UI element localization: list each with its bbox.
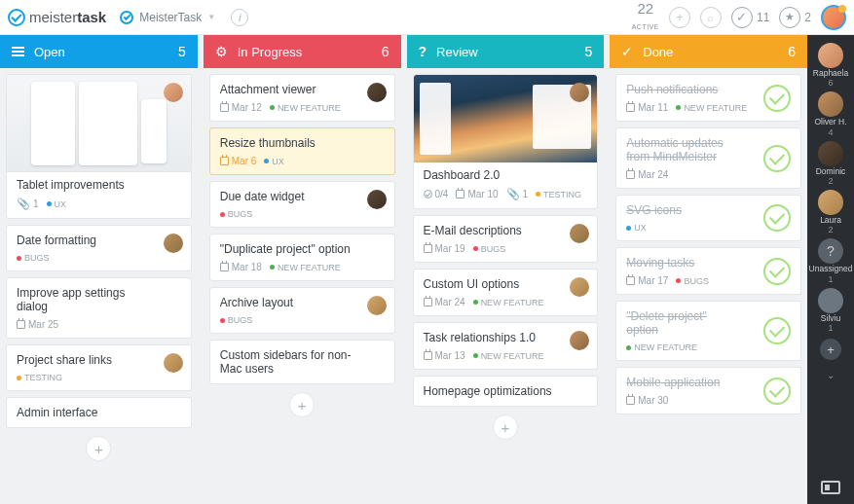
sidebar-user[interactable]: Silviu1	[818, 288, 843, 333]
task-card[interactable]: "Delete project" option NEW FEATURE	[615, 301, 801, 361]
task-card[interactable]: Dashboard 2.0 0/4 Mar 10 📎1 TESTING	[413, 74, 599, 209]
task-tag: UX	[264, 157, 284, 166]
task-date: Mar 6	[220, 156, 257, 166]
sidebar-user[interactable]: Raphaela6	[813, 43, 848, 88]
task-card[interactable]: Date formatting BUGS	[6, 225, 192, 271]
task-card[interactable]: Admin interface	[6, 397, 192, 428]
column-header-progress[interactable]: ⚙ In Progress 6	[204, 35, 401, 68]
task-title: "Duplicate project" option	[220, 242, 385, 256]
sidebar-user[interactable]: Oliver H.4	[814, 91, 846, 136]
user-name: Raphaela	[813, 69, 848, 78]
question-icon: ?	[818, 238, 843, 264]
task-tag: BUGS	[220, 209, 253, 219]
search-icon[interactable]: ⌕	[700, 7, 722, 28]
calendar-icon	[220, 103, 229, 112]
project-check-icon	[120, 11, 133, 24]
calendar-icon	[626, 103, 635, 112]
task-title: Mobile application	[626, 376, 758, 389]
info-icon[interactable]: i	[231, 9, 248, 26]
caret-down-icon: ▼	[207, 13, 215, 21]
attachment-count: 📎1	[506, 188, 529, 200]
task-date: Mar 25	[17, 319, 58, 330]
sidebar-user[interactable]: Laura2	[818, 190, 843, 234]
task-title: Tablet improvements	[17, 178, 181, 192]
task-card[interactable]: Mobile application Mar 30	[615, 367, 801, 414]
sidebar-user[interactable]: Dominic2	[816, 141, 846, 186]
calendar-icon	[626, 170, 635, 179]
task-card[interactable]: Task relationships 1.0 Mar 13NEW FEATURE	[413, 322, 599, 370]
expand-icon[interactable]: ⌄	[827, 370, 835, 380]
layout-toggle-icon[interactable]	[821, 481, 840, 494]
logo[interactable]: meistertask	[8, 9, 106, 26]
user-count: 1	[809, 274, 853, 284]
task-card[interactable]: Push notifications Mar 11NEW FEATURE	[615, 74, 801, 122]
task-card[interactable]: Resize thumbnails Mar 6UX	[209, 127, 395, 175]
task-card[interactable]: E-Mail descriptions Mar 19BUGS	[413, 215, 599, 263]
done-count: 11	[757, 11, 769, 24]
add-member-button[interactable]: +	[820, 339, 841, 360]
columns: Open 5 Tablet improvements 📎1 UX	[0, 35, 807, 504]
task-title: Automatic updates from MindMeister	[626, 136, 758, 163]
task-card[interactable]: Improve app settings dialog Mar 25	[6, 277, 192, 339]
task-title: Moving tasks	[626, 256, 758, 270]
active-number: 22	[632, 1, 659, 16]
calendar-icon	[220, 157, 229, 165]
column-header-done[interactable]: ✓ Done 6	[610, 35, 807, 68]
done-stat[interactable]: ✓ 11	[731, 7, 769, 28]
done-check-icon	[763, 317, 791, 344]
task-card[interactable]: Due date widget BUGS	[209, 181, 395, 228]
task-card[interactable]: "Duplicate project" option Mar 18NEW FEA…	[209, 234, 395, 281]
task-card[interactable]: Archive layout BUGS	[209, 287, 395, 334]
user-avatar[interactable]	[821, 5, 846, 30]
user-count: 1	[818, 323, 843, 333]
assignee-avatar	[164, 234, 183, 253]
add-task-button[interactable]: +	[86, 436, 111, 461]
task-card[interactable]: Attachment viewer Mar 12NEW FEATURE	[209, 74, 395, 122]
column-header-review[interactable]: ? Review 5	[407, 35, 605, 68]
task-tag: NEW FEATURE	[626, 342, 697, 352]
task-card[interactable]: Custom sidebars for non-Mac users	[209, 340, 395, 384]
task-date: Mar 12	[220, 102, 262, 113]
task-card[interactable]: Homepage optimizations	[413, 376, 599, 407]
calendar-icon	[424, 244, 432, 253]
column-header-open[interactable]: Open 5	[0, 35, 198, 68]
task-card[interactable]: SVG icons UX	[615, 195, 801, 241]
paperclip-icon: 📎	[506, 188, 520, 200]
add-icon[interactable]: +	[669, 7, 690, 28]
assignee-avatar	[570, 331, 589, 350]
user-avatar-icon	[818, 288, 843, 313]
task-title: Dashboard 2.0	[424, 168, 588, 182]
star-stat[interactable]: ★ 2	[779, 7, 811, 28]
assignee-avatar	[570, 277, 589, 297]
task-card[interactable]: Custom UI options Mar 24NEW FEATURE	[413, 269, 599, 316]
task-tag: UX	[626, 223, 647, 233]
column-count: 6	[788, 44, 796, 59]
task-card[interactable]: Moving tasks Mar 17BUGS	[615, 247, 801, 295]
task-tag: NEW FEATURE	[473, 351, 544, 361]
task-card[interactable]: Tablet improvements 📎1 UX	[6, 74, 192, 219]
active-count[interactable]: 22 ACTIVE	[632, 1, 659, 33]
task-tag: NEW FEATURE	[676, 103, 747, 113]
assignee-avatar	[367, 190, 387, 209]
add-task-button[interactable]: +	[493, 414, 518, 440]
task-title: Date formatting	[17, 234, 181, 247]
project-selector[interactable]: MeisterTask ▼	[120, 11, 215, 24]
column-title: In Progress	[238, 45, 302, 59]
column-body: Push notifications Mar 11NEW FEATURE Aut…	[610, 68, 807, 504]
task-card[interactable]: Project share links TESTING	[6, 344, 192, 391]
task-card[interactable]: Automatic updates from MindMeister Mar 2…	[615, 127, 801, 189]
star-count: 2	[804, 11, 811, 24]
user-name: Dominic	[816, 167, 846, 176]
attachment-count: 📎1	[17, 198, 39, 210]
user-name: Laura	[818, 216, 843, 225]
task-date: Mar 13	[424, 350, 465, 361]
task-tag: TESTING	[536, 190, 581, 199]
user-count: 4	[814, 127, 846, 137]
column-done: ✓ Done 6 Push notifications Mar 11NEW FE…	[610, 35, 807, 504]
column-title: Review	[436, 45, 478, 59]
user-count: 2	[816, 176, 846, 186]
sidebar-user-unassigned[interactable]: ?Unassigned1	[809, 238, 853, 283]
user-count: 2	[818, 225, 843, 234]
done-check-icon	[763, 145, 791, 172]
add-task-button[interactable]: +	[289, 392, 315, 417]
